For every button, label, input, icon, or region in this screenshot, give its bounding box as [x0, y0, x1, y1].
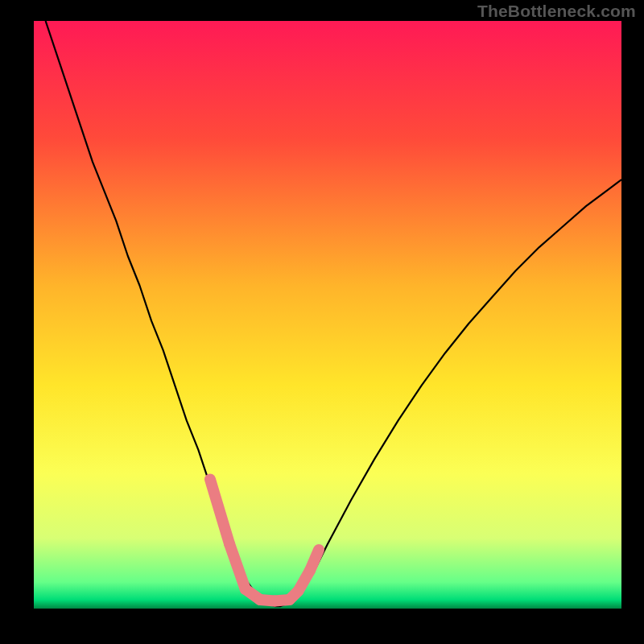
gradient-background — [34, 21, 621, 609]
chart-outer: TheBottleneck.com — [0, 0, 644, 644]
bottleneck-chart — [34, 21, 621, 609]
watermark-text: TheBottleneck.com — [477, 2, 636, 21]
plot-frame — [34, 21, 621, 609]
